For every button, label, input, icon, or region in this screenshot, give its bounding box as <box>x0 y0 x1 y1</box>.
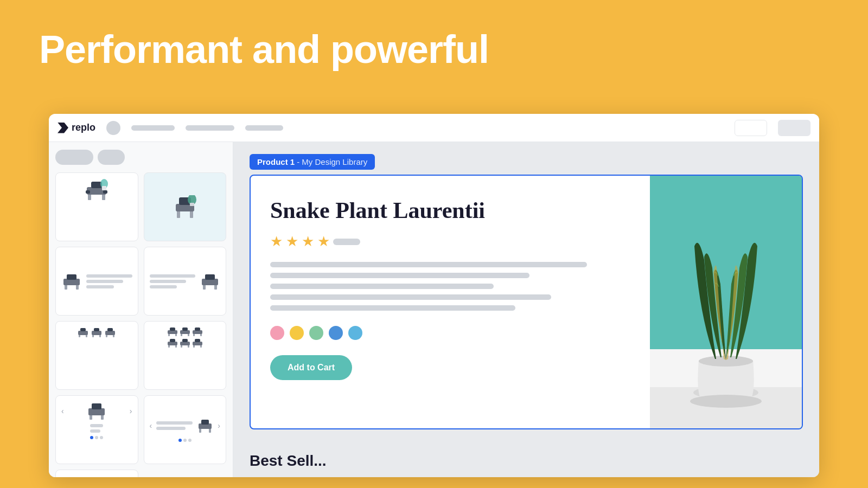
svg-rect-17 <box>67 274 76 280</box>
svg-rect-5 <box>103 190 107 194</box>
sidebar-card-3[interactable] <box>55 247 138 316</box>
sidebar-card-9[interactable] <box>55 470 138 477</box>
svg-rect-25 <box>80 328 86 331</box>
svg-rect-3 <box>91 182 102 188</box>
card-inner-6 <box>144 322 226 389</box>
chair-icon-2 <box>171 195 199 219</box>
color-dot-green[interactable] <box>309 326 323 340</box>
sidebar-card-4[interactable] <box>144 247 227 316</box>
card-row-8: ‹ › <box>150 418 221 433</box>
main-content: ‹ › <box>49 142 819 477</box>
chair-icon-1 <box>84 178 110 201</box>
dot-row-7 <box>90 436 103 439</box>
desc-line-1 <box>270 262 587 267</box>
svg-rect-21 <box>205 274 215 280</box>
arrow-right-icon-8: › <box>218 421 220 430</box>
color-dot-yellow[interactable] <box>290 326 304 340</box>
sidebar: ‹ › <box>49 142 233 477</box>
replo-logo[interactable]: replo <box>58 122 95 133</box>
sidebar-card-2[interactable] <box>144 172 227 241</box>
card-row-4 <box>150 272 221 291</box>
card-inner-9 <box>56 470 138 477</box>
multi-chair-row-5 <box>77 327 116 338</box>
svg-rect-45 <box>195 328 200 331</box>
svg-rect-8 <box>177 210 180 218</box>
chair-icon-3 <box>61 272 82 291</box>
mini-line <box>150 280 187 283</box>
arrow-right-icon: › <box>130 407 132 415</box>
sidebar-grid: ‹ › <box>55 172 226 477</box>
color-dot-pink[interactable] <box>270 326 284 340</box>
product-image <box>650 176 802 428</box>
mini-chair-6a <box>167 327 178 337</box>
card-inner-1 <box>56 173 138 241</box>
product-title: Snake Plant Laurentii <box>270 197 630 223</box>
mini-line <box>150 285 177 288</box>
mini-line <box>86 285 114 288</box>
svg-rect-13 <box>190 203 194 206</box>
chair-icon-7 <box>86 401 107 421</box>
svg-rect-28 <box>92 331 101 335</box>
sidebar-card-1[interactable] <box>55 172 138 241</box>
card-inner-5 <box>56 322 138 389</box>
sidebar-tab-1[interactable] <box>55 150 93 165</box>
svg-rect-65 <box>201 420 209 425</box>
titlebar-button-white[interactable] <box>735 120 767 136</box>
sidebar-card-6[interactable] <box>144 321 227 390</box>
desc-line-5 <box>270 305 515 311</box>
mini-chair-6c <box>192 327 203 337</box>
sidebar-card-7[interactable]: ‹ › <box>55 395 138 464</box>
mini-chair-5b <box>91 327 103 338</box>
dot-indicator <box>178 439 182 442</box>
mini-chair-6d <box>167 338 178 348</box>
bottom-section-title: Best Sell... <box>250 452 327 470</box>
card-inner-2 <box>144 173 226 241</box>
mini-line <box>156 427 186 430</box>
chair-icon-4 <box>200 272 220 291</box>
dot-row-8 <box>178 439 192 442</box>
color-dot-blue[interactable] <box>329 326 343 340</box>
star-2: ★ <box>286 233 298 250</box>
mini-chair-6f <box>192 338 203 348</box>
titlebar-pill-1 <box>131 125 175 131</box>
page-headline: Performant and powerful <box>39 28 489 71</box>
star-4: ★ <box>317 233 330 250</box>
replo-icon <box>58 123 68 133</box>
product-card: Snake Plant Laurentii ★ ★ ★ ★ <box>250 175 803 429</box>
svg-rect-52 <box>180 342 190 345</box>
mini-chair-5c <box>104 327 116 338</box>
desc-line-4 <box>270 294 551 300</box>
titlebar-button-gray[interactable] <box>778 120 810 136</box>
sidebar-tab-2[interactable] <box>98 150 125 165</box>
sidebar-card-5[interactable] <box>55 321 138 390</box>
sidebar-top-row <box>55 150 226 165</box>
add-to-cart-button[interactable]: Add to Cart <box>270 355 352 380</box>
svg-rect-48 <box>168 342 177 345</box>
svg-rect-24 <box>78 331 88 335</box>
svg-point-75 <box>690 395 762 408</box>
svg-rect-53 <box>182 339 188 342</box>
svg-rect-44 <box>193 330 202 334</box>
color-dot-lightblue[interactable] <box>348 326 362 340</box>
color-selector <box>270 326 630 340</box>
svg-rect-49 <box>170 339 175 342</box>
star-empty-bar <box>333 239 360 245</box>
svg-rect-33 <box>107 328 113 331</box>
svg-rect-57 <box>195 339 200 342</box>
card-inner-3 <box>56 247 138 315</box>
svg-rect-36 <box>168 330 177 334</box>
product-info: Snake Plant Laurentii ★ ★ ★ ★ <box>251 176 650 428</box>
mini-line <box>90 424 103 427</box>
sidebar-card-8[interactable]: ‹ › <box>144 395 227 464</box>
dot-indicator <box>100 436 103 439</box>
mini-lines-8 <box>156 421 193 430</box>
product-label-bold: Product 1 <box>257 157 295 166</box>
mini-lines-3 <box>86 274 132 288</box>
card-inner-4 <box>144 247 226 315</box>
description-lines <box>270 262 630 311</box>
svg-rect-32 <box>105 331 115 335</box>
svg-rect-56 <box>193 342 202 345</box>
card-row-7: ‹ › <box>61 401 132 421</box>
mini-line <box>86 274 132 278</box>
card-row-3 <box>61 272 132 291</box>
